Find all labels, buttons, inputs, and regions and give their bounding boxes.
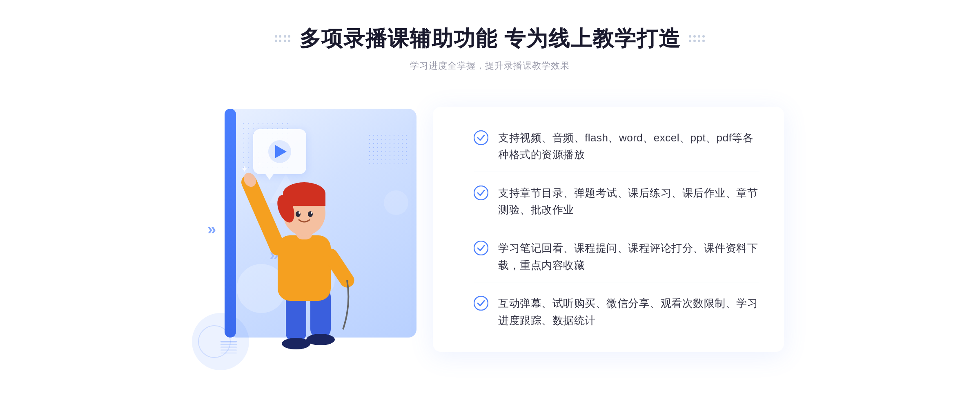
- feature-text-1: 支持视频、音频、flash、word、excel、ppt、pdf等各种格式的资源…: [498, 130, 760, 163]
- dot-grid-right: [368, 133, 408, 166]
- header-section: 多项录播课辅助功能 专为线上教学打造 学习进度全掌握，提升录播课教学效果: [275, 25, 705, 72]
- features-card: 支持视频、音频、flash、word、excel、ppt、pdf等各种格式的资源…: [433, 107, 784, 352]
- blue-vertical-bar: [225, 109, 236, 338]
- features-panel: 支持视频、音频、flash、word、excel、ppt、pdf等各种格式的资源…: [449, 98, 776, 360]
- play-triangle-icon: [275, 145, 287, 158]
- svg-text:✦: ✦: [241, 165, 248, 174]
- svg-line-5: [249, 182, 278, 248]
- check-icon-3: [474, 241, 488, 255]
- feature-item-2: 支持章节目录、弹题考试、课后练习、课后作业、章节测验、批改作业: [474, 177, 760, 227]
- person-svg: ✦ ✦: [237, 150, 368, 362]
- play-circle: [268, 140, 291, 163]
- svg-point-14: [298, 212, 300, 214]
- feature-item-4: 互动弹幕、试听购买、微信分享、观看次数限制、学习进度跟踪、数据统计: [474, 287, 760, 337]
- subtitle: 学习进度全掌握，提升录播课教学效果: [410, 60, 570, 72]
- feature-text-2: 支持章节目录、弹题考试、课后练习、课后作业、章节测验、批改作业: [498, 185, 760, 219]
- left-chevron-icon: »: [207, 221, 216, 237]
- svg-point-22: [474, 296, 488, 310]
- svg-point-21: [474, 241, 488, 255]
- svg-point-13: [308, 211, 313, 217]
- illustration-wrapper: »: [204, 96, 449, 362]
- left-decorator: [275, 35, 291, 42]
- svg-rect-4: [278, 235, 331, 301]
- title-row: 多项录播课辅助功能 专为线上教学打造: [275, 25, 705, 53]
- feature-text-3: 学习笔记回看、课程提问、课程评论打分、课件资料下载，重点内容收藏: [498, 240, 760, 274]
- main-title: 多项录播课辅助功能 专为线上教学打造: [299, 25, 681, 53]
- feature-item-3: 学习笔记回看、课程提问、课程评论打分、课件资料下载，重点内容收藏: [474, 232, 760, 282]
- feature-item-1: 支持视频、音频、flash、word、excel、ppt、pdf等各种格式的资源…: [474, 121, 760, 172]
- figure-illustration: ✦ ✦: [237, 150, 368, 362]
- svg-point-3: [306, 334, 335, 345]
- svg-point-20: [474, 186, 488, 200]
- svg-point-15: [311, 212, 312, 214]
- circle-deco-3: [384, 190, 408, 215]
- feature-text-4: 互动弹幕、试听购买、微信分享、观看次数限制、学习进度跟踪、数据统计: [498, 295, 760, 329]
- svg-point-19: [474, 131, 488, 145]
- svg-point-2: [282, 338, 310, 349]
- content-area: »: [204, 96, 776, 362]
- vertical-lines-deco: [220, 341, 237, 354]
- check-icon-2: [474, 186, 488, 200]
- page-container: 多项录播课辅助功能 专为线上教学打造 学习进度全掌握，提升录播课教学效果: [0, 0, 980, 398]
- check-icon-1: [474, 130, 488, 145]
- play-bubble: [253, 129, 306, 174]
- check-icon-4: [474, 296, 488, 311]
- right-decorator: [689, 35, 705, 42]
- svg-line-6: [331, 256, 347, 280]
- svg-point-12: [296, 211, 301, 217]
